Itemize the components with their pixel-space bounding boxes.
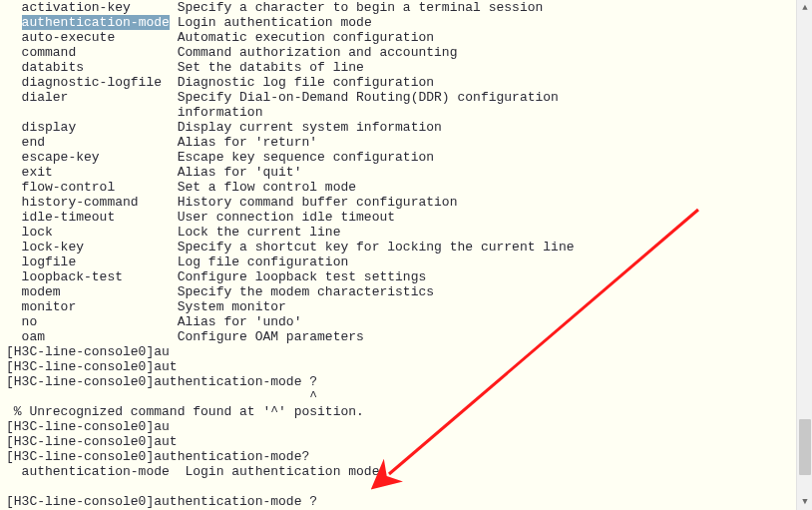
terminal-line: history-command History command buffer c… <box>6 195 796 210</box>
terminal-line: diagnostic-logfile Diagnostic log file c… <box>6 75 796 90</box>
chevron-down-icon: ▼ <box>802 495 807 510</box>
terminal-line: information <box>6 105 796 120</box>
terminal-line: no Alias for 'undo' <box>6 314 796 329</box>
terminal-line: logfile Log file configuration <box>6 255 796 269</box>
terminal-line: end Alias for 'return' <box>6 135 796 150</box>
terminal-line <box>6 479 796 494</box>
terminal-line: [H3C-line-console0]authentication-mode? <box>6 449 796 464</box>
terminal-line: exit Alias for 'quit' <box>6 165 796 180</box>
terminal-line: display Display current system informati… <box>6 120 796 135</box>
terminal-line: idle-timeout User connection idle timeou… <box>6 210 796 225</box>
terminal-output[interactable]: activation-key Specify a character to be… <box>0 0 796 510</box>
terminal-line: modem Specify the modem characteristics <box>6 284 796 299</box>
scrollbar-thumb[interactable] <box>799 419 811 475</box>
terminal-viewport: activation-key Specify a character to be… <box>0 0 812 510</box>
terminal-line: [H3C-line-console0]au <box>6 344 796 359</box>
scroll-down-button[interactable]: ▼ <box>797 494 812 510</box>
terminal-line: authentication-mode Login authentication… <box>6 15 796 30</box>
terminal-line: dialer Specify Dial-on-Demand Routing(DD… <box>6 90 796 105</box>
terminal-line: [H3C-line-console0]au <box>6 419 796 434</box>
terminal-line: databits Set the databits of line <box>6 60 796 75</box>
terminal-line: % Unrecognized command found at '^' posi… <box>6 404 796 419</box>
terminal-line: [H3C-line-console0]authentication-mode ? <box>6 494 796 509</box>
terminal-line: oam Configure OAM parameters <box>6 329 796 344</box>
scroll-up-button[interactable]: ▲ <box>797 0 812 16</box>
terminal-line: lock-key Specify a shortcut key for lock… <box>6 240 796 255</box>
terminal-line: [H3C-line-console0]aut <box>6 434 796 449</box>
terminal-line: [H3C-line-console0]aut <box>6 359 796 374</box>
highlighted-command: authentication-mode <box>22 15 170 30</box>
terminal-line: [H3C-line-console0]authentication-mode ? <box>6 374 796 389</box>
chevron-up-icon: ▲ <box>802 1 807 16</box>
terminal-line: auto-execute Automatic execution configu… <box>6 30 796 45</box>
terminal-line: loopback-test Configure loopback test se… <box>6 269 796 284</box>
terminal-line: authentication-mode Login authentication… <box>6 464 796 479</box>
terminal-line: flow-control Set a flow control mode <box>6 180 796 195</box>
terminal-line: ^ <box>6 389 796 404</box>
terminal-line: monitor System monitor <box>6 299 796 314</box>
terminal-line: activation-key Specify a character to be… <box>6 0 796 15</box>
terminal-line: lock Lock the current line <box>6 225 796 240</box>
terminal-line: command Command authorization and accoun… <box>6 45 796 60</box>
terminal-line: escape-key Escape key sequence configura… <box>6 150 796 165</box>
vertical-scrollbar[interactable]: ▲ ▼ <box>796 0 812 510</box>
